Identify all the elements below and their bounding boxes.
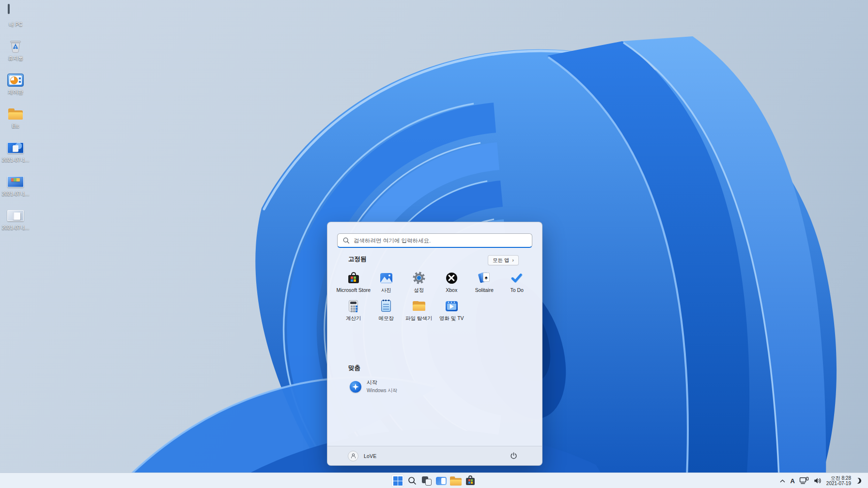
my-pc-icon: [7, 4, 24, 20]
pinned-app-notepad[interactable]: 메모장: [370, 297, 403, 325]
image-thumbnail-icon: [7, 174, 24, 189]
taskbar-file-explorer-button[interactable]: [449, 473, 463, 488]
desktop-icon-control-panel[interactable]: 제어판: [2, 70, 29, 104]
pinned-app-label: 영화 및 TV: [439, 315, 464, 322]
photos-icon: [376, 271, 396, 285]
pinned-app-label: 설정: [414, 287, 424, 294]
pinned-app-label: 사진: [381, 287, 391, 294]
pinned-app-label: Microsoft Store: [336, 287, 371, 293]
to-do-check-icon: [507, 271, 527, 285]
pinned-app-label: To Do: [511, 287, 524, 293]
pinned-app-microsoft-store[interactable]: Microsoft Store: [337, 269, 370, 297]
pinned-app-calculator[interactable]: 계산기: [337, 297, 370, 325]
chevron-up-icon: [779, 478, 786, 484]
control-panel-icon: [7, 72, 24, 88]
pinned-section-header: 고정됨: [348, 255, 367, 263]
search-input[interactable]: [354, 238, 527, 244]
focus-assist-button[interactable]: [855, 473, 861, 488]
desktop-icon-recycle-bin[interactable]: 휴지통: [2, 36, 29, 70]
pinned-app-label: 계산기: [346, 315, 361, 322]
ime-mode-label: A: [790, 477, 794, 485]
notepad-icon: [376, 299, 396, 313]
user-name-label: LoVE: [364, 453, 377, 459]
file-explorer-folder-icon: [450, 476, 462, 485]
taskbar: A 오전 8:28 2021-07-19: [0, 473, 868, 488]
pinned-app-movies-tv[interactable]: 영화 및 TV: [435, 297, 468, 325]
xbox-icon: [442, 271, 461, 285]
pinned-apps-grid: Microsoft Store 사진 설정 Xbox ♠ Solita: [337, 269, 533, 325]
pinned-app-to-do[interactable]: To Do: [501, 269, 534, 297]
start-menu-panel: 고정됨 모든 앱 › Microsoft Store 사진 설정: [327, 222, 542, 466]
solitaire-cards-icon: ♠: [475, 271, 494, 285]
desktop-icon-label: 휴지통: [8, 55, 23, 62]
desktop-icon-list: 내 PC 휴지통 제어판 Etc 2021-07-1... 2021-07-1.…: [2, 2, 29, 240]
windows-logo-icon: [393, 476, 403, 486]
microsoft-store-icon: [465, 475, 476, 486]
pinned-app-photos[interactable]: 사진: [370, 269, 403, 297]
chevron-right-icon: ›: [512, 258, 514, 263]
taskbar-store-button[interactable]: [463, 473, 478, 488]
network-icon: [799, 477, 809, 485]
desktop-icon-label: 2021-07-1...: [2, 225, 30, 230]
power-icon: [510, 452, 518, 460]
movies-tv-icon: [442, 299, 461, 313]
network-button[interactable]: [799, 473, 809, 488]
user-avatar-icon: [348, 451, 358, 461]
recommended-item-get-started[interactable]: 시작 Windows 시작: [346, 377, 401, 396]
get-started-icon: [350, 381, 361, 393]
pinned-app-label: 파일 탐색기: [405, 315, 432, 322]
recommended-item-subtitle: Windows 시작: [367, 387, 397, 394]
microsoft-store-icon: [344, 271, 363, 285]
desktop-icon-label: 내 PC: [9, 21, 22, 28]
volume-button[interactable]: [813, 473, 822, 488]
start-button[interactable]: [390, 473, 405, 488]
pinned-app-settings[interactable]: 설정: [403, 269, 435, 297]
folder-icon: [7, 106, 24, 122]
all-apps-label: 모든 앱: [493, 257, 509, 264]
clock-date-button[interactable]: 오전 8:28 2021-07-19: [826, 475, 851, 487]
pinned-app-label: Solitaire: [475, 287, 494, 293]
power-button[interactable]: [506, 449, 521, 463]
file-explorer-folder-icon: [409, 299, 429, 313]
task-view-icon: [421, 475, 432, 486]
start-menu-footer: LoVE: [327, 446, 542, 465]
pinned-app-xbox[interactable]: Xbox: [435, 269, 468, 297]
recommended-item-title: 시작: [367, 379, 397, 386]
desktop-icon-my-pc[interactable]: 내 PC: [2, 2, 29, 36]
calculator-icon: [344, 299, 363, 313]
image-thumbnail-icon: [7, 208, 24, 223]
clock-date: 2021-07-19: [826, 481, 851, 487]
recycle-bin-icon: [7, 38, 24, 54]
pinned-app-label: Xbox: [446, 287, 457, 293]
desktop-icon-image-file-2[interactable]: 2021-07-1...: [2, 172, 29, 206]
desktop-icon-image-file-3[interactable]: 2021-07-1...: [2, 206, 29, 240]
widgets-button[interactable]: [434, 473, 449, 488]
search-icon: [407, 476, 417, 486]
hidden-icons-button[interactable]: [779, 473, 786, 488]
taskbar-center-buttons: [390, 473, 478, 488]
taskbar-search-button[interactable]: [405, 473, 419, 488]
search-icon: [342, 237, 350, 244]
pinned-app-file-explorer[interactable]: 파일 탐색기: [403, 297, 435, 325]
moon-icon: [854, 477, 862, 485]
desktop-icon-image-file-1[interactable]: 2021-07-1...: [2, 138, 29, 172]
settings-gear-icon: [409, 271, 429, 285]
desktop-icon-folder-etc[interactable]: Etc: [2, 104, 29, 138]
ime-mode-button[interactable]: A: [790, 473, 794, 488]
desktop-icon-label: 2021-07-1...: [2, 191, 30, 197]
speaker-icon: [813, 477, 822, 485]
widgets-icon: [436, 477, 447, 485]
system-tray: A 오전 8:28 2021-07-19: [779, 473, 868, 488]
start-search-box[interactable]: [337, 233, 532, 248]
all-apps-button[interactable]: 모든 앱 ›: [488, 255, 519, 265]
clock-time: 오전 8:28: [826, 475, 851, 481]
desktop-icon-label: 제어판: [8, 89, 23, 96]
pinned-app-label: 메모장: [379, 315, 394, 322]
user-profile-button[interactable]: LoVE: [348, 451, 377, 461]
desktop-icon-label: Etc: [12, 123, 19, 129]
task-view-button[interactable]: [419, 473, 434, 488]
desktop-icon-label: 2021-07-1...: [2, 157, 30, 163]
recommended-section-header: 맞춤: [348, 364, 360, 372]
pinned-app-solitaire[interactable]: ♠ Solitaire: [468, 269, 501, 297]
image-thumbnail-icon: [7, 140, 24, 155]
